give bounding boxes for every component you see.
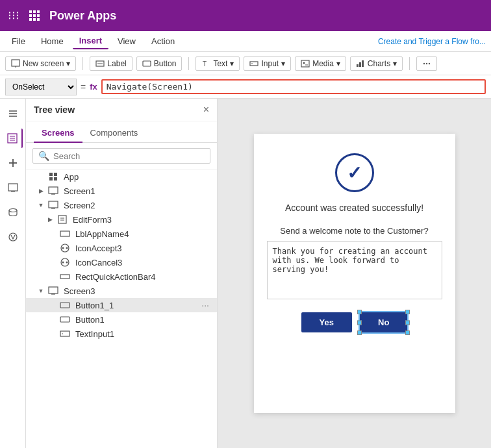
svg-point-24 [426, 62, 427, 64]
screen3-arrow: ▼ [36, 288, 45, 294]
svg-rect-57 [60, 275, 69, 279]
tree-item-iconaccept3[interactable]: IconAccept3 [26, 241, 217, 255]
tree-item-screen2[interactable]: ▼ Screen2 [26, 198, 217, 212]
svg-rect-13 [143, 61, 151, 66]
label-item-icon [60, 229, 70, 239]
variables-icon [8, 232, 18, 242]
sidebar-variables-icon[interactable] [3, 227, 23, 247]
screen1-label: Screen1 [64, 186, 212, 196]
screen2-arrow: ▼ [36, 202, 45, 208]
menu-home[interactable]: Home [34, 34, 70, 49]
svg-rect-8 [37, 18, 40, 21]
svg-point-52 [62, 247, 64, 249]
text-btn-text: Text [213, 59, 227, 68]
toolbar-sep-1 [82, 57, 83, 70]
handle-top-left [357, 310, 362, 314]
iconcancel3-label: IconCancel3 [75, 258, 212, 268]
media-button[interactable]: Media ▾ [295, 56, 346, 71]
lblappname4-label: LblAppName4 [75, 229, 212, 239]
sidebar-menu-icon[interactable] [3, 104, 23, 123]
tree-item-button1-1[interactable]: Button1_1 ··· [26, 298, 217, 312]
main-layout: Tree view × Screens Components 🔍 App [0, 99, 491, 448]
input-btn-text: Input [261, 59, 279, 68]
svg-rect-17 [301, 60, 309, 67]
media-icon [301, 59, 310, 68]
editform3-label: EditForm3 [73, 215, 212, 225]
svg-rect-5 [37, 14, 40, 17]
plus-icon [8, 158, 18, 168]
equals-symbol: = [81, 82, 86, 92]
search-input[interactable] [53, 151, 205, 161]
yes-button[interactable]: Yes [301, 312, 352, 332]
tab-screens[interactable]: Screens [34, 124, 82, 143]
rect-icon [60, 271, 70, 282]
toolbar-sep-3 [409, 57, 410, 70]
app-label: App [64, 172, 212, 182]
tree-item-button1[interactable]: Button1 [26, 312, 217, 327]
svg-point-55 [62, 262, 64, 264]
button1-label: Button1 [75, 315, 212, 325]
charts-button[interactable]: Charts ▾ [350, 56, 403, 71]
tree-tabs: Screens Components [26, 121, 217, 143]
button-button[interactable]: Button [136, 56, 183, 71]
svg-rect-45 [49, 201, 58, 208]
no-button[interactable]: No [360, 312, 407, 332]
tree-item-editform3[interactable]: ▶ EditForm3 [26, 212, 217, 227]
text-button[interactable]: T Text ▾ [195, 56, 240, 71]
toolbar: New screen ▾ Label Button T Text ▾ Input… [0, 52, 491, 75]
textinput-icon [60, 329, 70, 339]
svg-rect-43 [49, 187, 58, 193]
tab-components[interactable]: Components [82, 124, 146, 143]
sidebar-treeview-icon[interactable] [3, 129, 23, 148]
button1-1-icon [60, 300, 70, 310]
tree-item-app[interactable]: App [26, 169, 217, 184]
new-screen-icon [11, 59, 20, 68]
tree-item-lblappname4[interactable]: LblAppName4 [26, 227, 217, 241]
tree-item-rectquickactionbar4[interactable]: RectQuickActionBar4 [26, 269, 217, 284]
svg-point-18 [303, 62, 305, 64]
media-btn-text: Media [312, 59, 334, 68]
textinput1-label: TextInput1 [75, 329, 212, 339]
button-row: Yes No [267, 312, 442, 332]
svg-marker-19 [305, 64, 308, 66]
success-circle: ✓ [335, 153, 374, 192]
label-button[interactable]: Label [90, 56, 132, 71]
charts-chevron: ▾ [393, 59, 397, 68]
sidebar-data-icon[interactable] [3, 203, 23, 222]
tree-item-screen1[interactable]: ▶ Screen1 [26, 184, 217, 198]
new-screen-chevron: ▾ [66, 59, 70, 68]
topbar-flow-link[interactable]: Create and Trigger a Flow fro... [378, 37, 486, 46]
search-wrapper: 🔍 [32, 148, 210, 164]
welcome-textarea[interactable] [267, 241, 442, 299]
formula-input[interactable]: Navigate(Screen1) [101, 79, 486, 94]
new-screen-button[interactable]: New screen ▾ [5, 56, 76, 71]
input-button[interactable]: Input ▾ [244, 56, 291, 71]
menubar: File Home Insert View Action Create and … [0, 31, 491, 52]
menu-action[interactable]: Action [145, 34, 181, 49]
button1-1-more[interactable]: ··· [199, 300, 212, 310]
screen1-arrow: ▶ [36, 188, 45, 194]
iconaccept3-label: IconAccept3 [75, 243, 212, 253]
iconaccept-icon [60, 243, 70, 253]
tree-close-button[interactable]: × [203, 104, 209, 116]
menu-view[interactable]: View [111, 34, 142, 49]
more-button[interactable] [416, 56, 437, 71]
tree-item-iconcancel3[interactable]: IconCancel3 [26, 255, 217, 269]
tree-item-textinput1[interactable]: TextInput1 [26, 327, 217, 341]
menu-file[interactable]: File [5, 34, 32, 49]
tree-item-screen3[interactable]: ▼ Screen3 [26, 284, 217, 298]
fx-button[interactable]: fx [90, 82, 97, 92]
formula-select[interactable]: OnSelect [5, 79, 77, 95]
no-button-wrapper: No [360, 312, 407, 332]
label-icon [95, 59, 105, 68]
sidebar-screens-icon[interactable] [3, 178, 23, 197]
menu-insert[interactable]: Insert [73, 33, 108, 49]
sidebar-add-icon[interactable] [3, 153, 23, 173]
tree-panel: Tree view × Screens Components 🔍 App [26, 99, 218, 448]
svg-rect-2 [37, 10, 40, 13]
svg-rect-3 [29, 14, 32, 17]
topbar: ⁝⁝⁝ Power Apps [0, 0, 491, 31]
svg-point-25 [429, 62, 430, 64]
button1-1-label: Button1_1 [75, 301, 196, 310]
svg-rect-22 [362, 60, 364, 67]
